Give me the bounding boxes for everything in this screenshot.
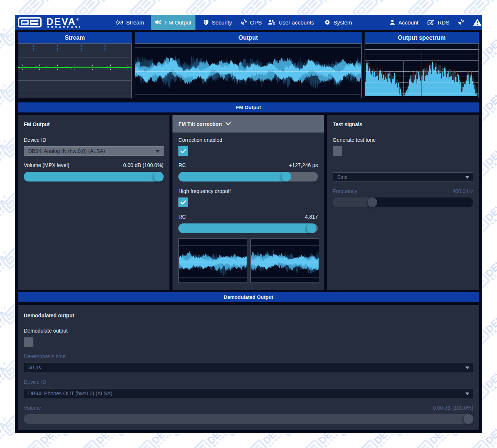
svg-text:BROADCAST: BROADCAST <box>47 25 82 29</box>
svg-text:®: ® <box>76 17 79 22</box>
